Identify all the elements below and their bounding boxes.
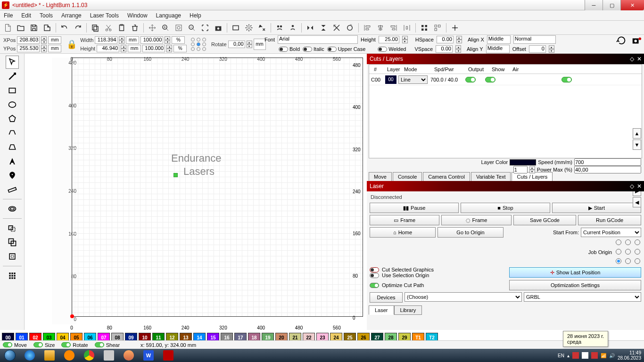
air-toggle[interactable] xyxy=(561,77,572,82)
rotate-input[interactable]: 0,00 xyxy=(228,41,245,48)
dock-icon[interactable] xyxy=(449,22,461,33)
save-icon[interactable] xyxy=(28,22,40,33)
camera-icon[interactable] xyxy=(213,22,224,33)
flip-icon[interactable] xyxy=(331,22,342,33)
menu-help[interactable]: Help xyxy=(190,12,201,19)
measure-tool-icon[interactable] xyxy=(6,183,19,196)
close-button[interactable]: ✕ xyxy=(620,0,644,10)
frame-selection-icon[interactable] xyxy=(199,22,211,33)
welded-toggle[interactable] xyxy=(378,47,387,52)
new-icon[interactable] xyxy=(2,22,13,33)
weld-tool-icon[interactable] xyxy=(6,222,19,235)
menu-window[interactable]: Window xyxy=(127,12,148,19)
pause-button[interactable]: ▮▮Pause xyxy=(370,203,459,213)
upper-toggle[interactable] xyxy=(327,47,337,52)
menu-arrange[interactable]: Arrange xyxy=(61,12,82,19)
goto-origin-button[interactable]: Go to Origin xyxy=(438,227,504,238)
ellipse-tool-icon[interactable] xyxy=(6,98,19,111)
devices-button[interactable]: Devices xyxy=(370,292,403,303)
select-tool-icon[interactable] xyxy=(6,56,19,69)
use-selection-origin-toggle[interactable] xyxy=(370,273,379,278)
width-pct[interactable]: 100.000 xyxy=(140,36,163,44)
polygon-tool-icon[interactable] xyxy=(6,112,19,125)
height-pct[interactable]: 100.000 xyxy=(142,45,165,52)
canvas-text-line1[interactable]: Endurance xyxy=(171,152,221,165)
mirror-v-icon[interactable] xyxy=(318,22,329,33)
device-settings-icon[interactable] xyxy=(256,22,268,33)
menu-file[interactable]: File xyxy=(4,12,13,19)
tab-move[interactable]: Move xyxy=(369,172,392,181)
menu-tools[interactable]: Tools xyxy=(40,12,53,19)
width-input[interactable]: 118.394 xyxy=(95,36,117,44)
xpos-spinner[interactable]: ▴▾ xyxy=(41,36,47,44)
menu-laser-tools[interactable]: Laser Tools xyxy=(90,12,119,19)
minimize-button[interactable]: ─ xyxy=(585,0,603,10)
workspace-grid[interactable]: Endurance Lasers xyxy=(72,58,363,317)
tab-console[interactable]: Console xyxy=(393,172,422,181)
collapse-left-button[interactable]: ◀ xyxy=(633,197,641,207)
refresh-icon[interactable] xyxy=(616,35,627,46)
camera-capture-icon[interactable] xyxy=(631,35,642,46)
menu-edit[interactable]: Edit xyxy=(21,12,31,19)
layer-color-swatch[interactable]: 00 xyxy=(385,75,396,84)
tray-volume-icon[interactable]: 🔊 xyxy=(609,353,615,358)
hspace-input[interactable]: 0.00 xyxy=(437,36,454,43)
zoom-in-icon[interactable] xyxy=(160,22,171,33)
align-center-icon[interactable] xyxy=(375,22,386,33)
marker-tool-icon[interactable] xyxy=(6,169,19,182)
job-origin-grid[interactable] xyxy=(616,239,641,265)
tray-lang[interactable]: EN xyxy=(558,353,564,358)
rotate-toggle[interactable] xyxy=(61,342,71,347)
alignx-select[interactable]: Middle xyxy=(487,35,511,44)
tab-library[interactable]: Library xyxy=(394,305,422,315)
optimization-settings-button[interactable]: Optimization Settings xyxy=(509,280,641,290)
offset-tool-icon[interactable] xyxy=(6,202,19,215)
size-toggle[interactable] xyxy=(33,342,43,347)
mirror-h-icon[interactable] xyxy=(305,22,316,33)
tray-flag-icon[interactable] xyxy=(572,352,579,359)
vspace-input[interactable]: 0.00 xyxy=(436,45,453,53)
rotate-icon[interactable] xyxy=(344,22,355,33)
settings-gear-icon[interactable] xyxy=(243,22,255,33)
ypos-spinner[interactable]: ▴▾ xyxy=(41,45,47,52)
firmware-select[interactable]: GRBL xyxy=(524,292,641,302)
taskbar-snip-icon[interactable] xyxy=(99,349,119,362)
bold-toggle[interactable] xyxy=(279,47,288,52)
draw-line-tool-icon[interactable] xyxy=(6,70,19,83)
distribute-icon[interactable] xyxy=(401,22,413,33)
cut-icon[interactable] xyxy=(103,22,114,33)
optimize-cut-toggle[interactable] xyxy=(370,283,379,288)
start-button[interactable] xyxy=(0,349,20,362)
font-select[interactable]: Arial xyxy=(278,35,358,44)
run-gcode-button[interactable]: Run GCode xyxy=(578,215,641,225)
layer-down-button[interactable]: ▼ xyxy=(633,140,641,150)
tray-network-icon[interactable] xyxy=(582,352,588,359)
style-select[interactable]: Normal xyxy=(513,35,556,44)
array-circular-icon[interactable] xyxy=(432,22,443,33)
redo-icon[interactable] xyxy=(72,22,83,33)
height-input[interactable]: 46.940 xyxy=(97,45,119,52)
tab-camera-control[interactable]: Camera Control xyxy=(423,172,470,181)
aligny-select[interactable]: Middle xyxy=(486,45,510,53)
panel-pin-icon[interactable]: ◇ xyxy=(629,56,635,62)
preview-icon[interactable] xyxy=(230,22,241,33)
bezier-tool-icon[interactable] xyxy=(6,140,19,154)
grid-array-tool-icon[interactable] xyxy=(6,269,19,282)
ypos-input[interactable]: 255.530 xyxy=(17,45,40,52)
cut-selected-toggle[interactable] xyxy=(370,267,379,272)
laser-panel-header[interactable]: Laser ◇✕ xyxy=(367,181,644,191)
tab-laser[interactable]: Laser xyxy=(369,305,394,315)
delete-icon[interactable] xyxy=(129,22,140,33)
cuts-panel-header[interactable]: Cuts / Layers ◇✕ xyxy=(367,54,644,64)
tray-clock[interactable]: 11:49 28.06.2023 xyxy=(618,350,641,361)
tray-wifi-icon[interactable]: 📶 xyxy=(601,353,606,358)
speed-input[interactable] xyxy=(574,158,641,166)
start-button[interactable]: ▶Start xyxy=(552,203,641,213)
stop-button[interactable]: ■Stop xyxy=(461,203,550,213)
array-grid-icon[interactable] xyxy=(419,22,430,33)
undo-icon[interactable] xyxy=(59,22,70,33)
start-from-select[interactable]: Current Position xyxy=(581,228,641,237)
taskbar-ie-icon[interactable] xyxy=(20,349,40,362)
panel-pin-icon[interactable]: ◇ xyxy=(629,183,635,189)
tray-shield-icon[interactable] xyxy=(591,352,598,359)
